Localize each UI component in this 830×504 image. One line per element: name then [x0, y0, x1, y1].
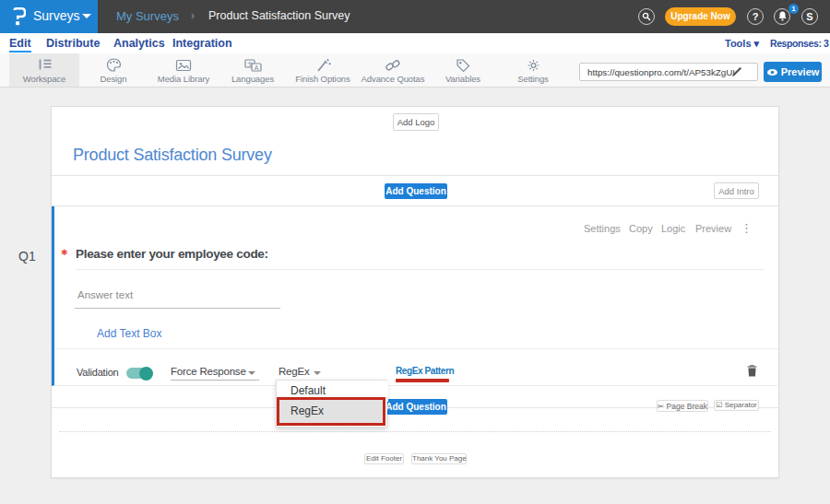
svg-text:A: A [254, 64, 258, 71]
